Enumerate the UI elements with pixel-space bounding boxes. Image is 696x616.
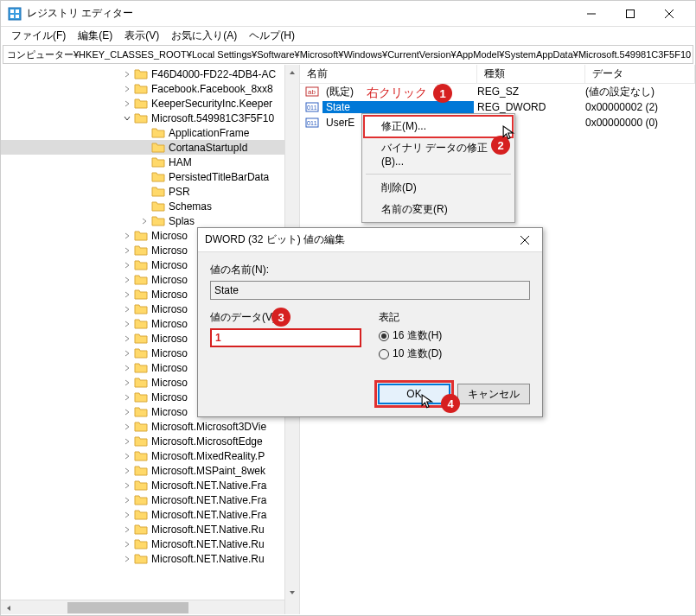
radix-dec[interactable]: 10 進数(D) <box>379 346 530 361</box>
col-name[interactable]: 名前 <box>300 65 477 83</box>
chevron-right-icon[interactable] <box>122 245 132 256</box>
tree-scrollbar-h[interactable] <box>1 600 284 614</box>
tree-item[interactable]: ApplicationFrame <box>1 125 299 140</box>
chevron-right-icon[interactable] <box>122 289 132 300</box>
tree-label: PSR <box>169 186 190 198</box>
tree-item[interactable]: PersistedTitleBarData <box>1 169 299 184</box>
tree-item[interactable]: Microsoft.NET.Native.Fra <box>1 507 299 522</box>
tree-item[interactable]: HAM <box>1 155 299 169</box>
chevron-right-icon[interactable] <box>122 69 132 79</box>
chevron-down-icon[interactable] <box>122 113 132 124</box>
cell-type: REG_SZ <box>474 86 582 98</box>
tree-label: Microsoft.NET.Native.Ru <box>151 524 265 536</box>
ctx-delete[interactable]: 削除(D) <box>364 177 513 199</box>
tree-item[interactable]: Microsoft.549981C3F5F10 <box>1 111 299 125</box>
dialog-close-button[interactable] <box>514 230 535 251</box>
tree-label: Microsoft.MicrosoftEdge <box>151 435 263 448</box>
tree-item[interactable]: Microsoft.NET.Native.Fra <box>1 492 299 507</box>
tree-label: ApplicationFrame <box>169 127 249 139</box>
list-header: 名前 種類 データ <box>300 65 695 84</box>
folder-icon <box>134 68 148 80</box>
chevron-right-icon[interactable] <box>122 466 132 476</box>
chevron-right-icon[interactable] <box>122 304 132 314</box>
address-bar[interactable]: コンピューター¥HKEY_CLASSES_ROOT¥Local Settings… <box>3 45 693 64</box>
folder-icon <box>151 171 165 183</box>
chevron-right-icon[interactable] <box>122 510 132 520</box>
app-icon <box>8 7 22 21</box>
chevron-right-icon[interactable] <box>122 378 132 388</box>
chevron-right-icon[interactable] <box>122 275 132 285</box>
svg-rect-1 <box>10 10 14 13</box>
chevron-right-icon[interactable] <box>122 422 132 432</box>
chevron-right-icon[interactable] <box>122 554 132 564</box>
tree-item[interactable]: Microsoft.NET.Native.Ru <box>1 551 299 566</box>
col-data[interactable]: データ <box>585 65 695 83</box>
chevron-right-icon[interactable] <box>122 363 132 373</box>
folder-icon <box>134 244 148 257</box>
tree-label: Microso <box>151 259 188 271</box>
tree-item[interactable]: Microsoft.NET.Native.Fra <box>1 478 299 492</box>
tree-item[interactable]: Microsoft.MixedReality.P <box>1 448 299 463</box>
chevron-right-icon[interactable] <box>122 539 132 549</box>
chevron-right-icon[interactable] <box>122 333 132 344</box>
name-label: 値の名前(N): <box>210 263 530 277</box>
chevron-right-icon[interactable] <box>122 495 132 505</box>
close-button[interactable] <box>649 1 688 27</box>
maximize-button[interactable] <box>610 1 649 27</box>
tree-label: Microso <box>151 289 188 301</box>
ctx-rename[interactable]: 名前の変更(R) <box>364 199 513 220</box>
chevron-right-icon[interactable] <box>139 216 150 226</box>
chevron-right-icon[interactable] <box>122 480 132 491</box>
annotation-4: 4 <box>441 394 460 413</box>
chevron-right-icon[interactable] <box>122 407 132 417</box>
minimize-button[interactable] <box>571 1 610 27</box>
chevron-right-icon[interactable] <box>122 319 132 329</box>
tree-item[interactable]: Facebook.Facebook_8xx8 <box>1 81 299 96</box>
tree-item[interactable]: Microsoft.Microsoft3DVie <box>1 419 299 434</box>
name-field[interactable] <box>210 281 530 300</box>
chevron-right-icon[interactable] <box>122 260 132 270</box>
svg-rect-2 <box>16 10 19 13</box>
tree-item[interactable]: Splas <box>1 213 299 228</box>
tree-label: Microsoft.NET.Native.Fra <box>151 479 266 492</box>
radix-hex[interactable]: 16 進数(H) <box>379 328 530 343</box>
chevron-right-icon[interactable] <box>122 98 132 109</box>
chevron-right-icon[interactable] <box>122 392 132 403</box>
menu-file[interactable]: ファイル(F) <box>6 27 71 45</box>
tree-label: Microso <box>151 318 188 330</box>
cancel-button[interactable]: キャンセル <box>457 384 530 404</box>
menu-edit[interactable]: 編集(E) <box>73 27 118 45</box>
tree-item[interactable]: KeeperSecurityInc.Keeper <box>1 96 299 111</box>
chevron-right-icon[interactable] <box>122 231 132 241</box>
tree-label: Microsoft.Microsoft3DVie <box>151 421 266 433</box>
tree-item[interactable]: PSR <box>1 184 299 199</box>
menu-help[interactable]: ヘルプ(H) <box>244 27 300 45</box>
folder-icon <box>151 142 165 154</box>
folder-icon <box>134 377 148 389</box>
chevron-right-icon[interactable] <box>122 348 132 359</box>
ctx-modify[interactable]: 修正(M)... <box>364 116 513 137</box>
svg-rect-3 <box>10 15 14 18</box>
chevron-right-icon[interactable] <box>122 436 132 447</box>
tree-label: Microso <box>151 362 188 374</box>
chevron-right-icon[interactable] <box>122 84 132 94</box>
list-row[interactable]: ab(既定)REG_SZ(値の設定なし) <box>300 84 695 99</box>
tree-label: Microso <box>151 230 188 242</box>
col-type[interactable]: 種類 <box>477 65 585 83</box>
folder-icon <box>134 347 148 359</box>
tree-item[interactable]: Microsoft.NET.Native.Ru <box>1 522 299 537</box>
tree-item[interactable]: Schemas <box>1 199 299 213</box>
data-field[interactable] <box>210 328 361 347</box>
tree-item[interactable]: F46D4000-FD22-4DB4-AC <box>1 67 299 81</box>
folder-icon <box>134 259 148 271</box>
tree-item[interactable]: Microsoft.NET.Native.Ru <box>1 537 299 551</box>
tree-item[interactable]: CortanaStartupId <box>1 140 299 155</box>
tree-item[interactable]: Microsoft.MSPaint_8wek <box>1 463 299 478</box>
menu-view[interactable]: 表示(V) <box>119 27 164 45</box>
ctx-modify-binary[interactable]: バイナリ データの修正(B)... <box>364 137 513 171</box>
chevron-right-icon[interactable] <box>122 524 132 535</box>
ok-button[interactable]: OK <box>378 384 450 404</box>
tree-item[interactable]: Microsoft.MicrosoftEdge <box>1 434 299 448</box>
menu-favorites[interactable]: お気に入り(A) <box>166 27 242 45</box>
chevron-right-icon[interactable] <box>122 451 132 461</box>
